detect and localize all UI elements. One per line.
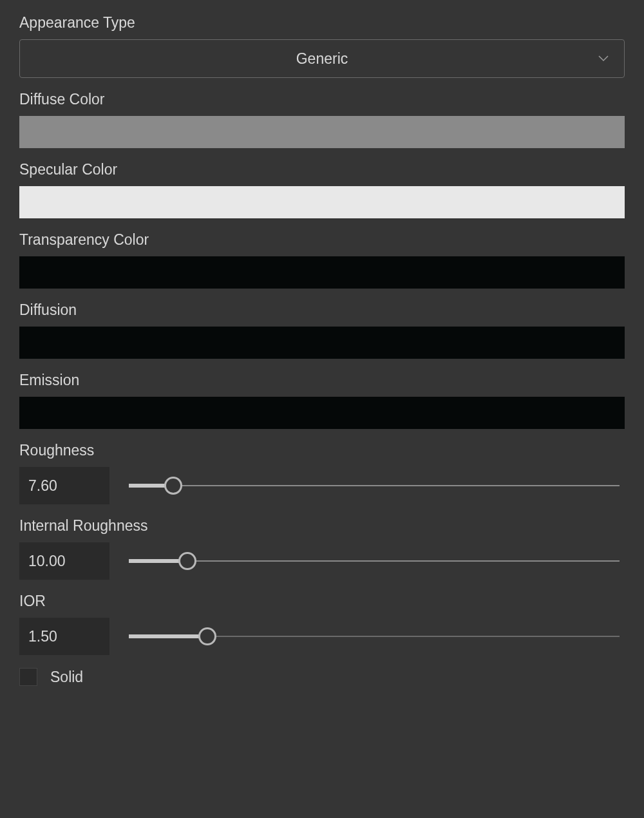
transparency-color-swatch[interactable] bbox=[19, 256, 625, 289]
emission-swatch[interactable] bbox=[19, 397, 625, 429]
roughness-group: Roughness bbox=[19, 442, 625, 504]
appearance-type-dropdown[interactable]: Generic bbox=[19, 39, 625, 78]
slider-thumb-icon[interactable] bbox=[178, 552, 196, 570]
roughness-label: Roughness bbox=[19, 442, 625, 459]
ior-label: IOR bbox=[19, 593, 625, 610]
diffusion-group: Diffusion bbox=[19, 301, 625, 359]
diffuse-color-group: Diffuse Color bbox=[19, 91, 625, 148]
solid-label: Solid bbox=[50, 669, 83, 686]
roughness-row bbox=[19, 467, 625, 504]
emission-group: Emission bbox=[19, 372, 625, 429]
internal-roughness-input[interactable] bbox=[19, 542, 109, 580]
specular-color-group: Specular Color bbox=[19, 161, 625, 218]
emission-label: Emission bbox=[19, 372, 625, 389]
appearance-type-value: Generic bbox=[296, 50, 348, 68]
ior-input[interactable] bbox=[19, 618, 109, 655]
slider-fill bbox=[129, 634, 207, 638]
slider-track bbox=[129, 485, 620, 486]
ior-row bbox=[19, 618, 625, 655]
roughness-slider[interactable] bbox=[129, 467, 620, 504]
diffuse-color-swatch[interactable] bbox=[19, 116, 625, 148]
internal-roughness-slider[interactable] bbox=[129, 542, 620, 580]
internal-roughness-label: Internal Roughness bbox=[19, 517, 625, 535]
diffusion-label: Diffusion bbox=[19, 301, 625, 319]
slider-thumb-icon[interactable] bbox=[198, 627, 216, 645]
roughness-input[interactable] bbox=[19, 467, 109, 504]
diffusion-swatch[interactable] bbox=[19, 327, 625, 359]
internal-roughness-group: Internal Roughness bbox=[19, 517, 625, 580]
internal-roughness-row bbox=[19, 542, 625, 580]
specular-color-swatch[interactable] bbox=[19, 186, 625, 218]
diffuse-color-label: Diffuse Color bbox=[19, 91, 625, 108]
chevron-down-icon bbox=[598, 53, 609, 64]
specular-color-label: Specular Color bbox=[19, 161, 625, 178]
transparency-color-label: Transparency Color bbox=[19, 231, 625, 249]
slider-thumb-icon[interactable] bbox=[164, 477, 182, 495]
appearance-panel: Appearance Type Generic Diffuse Color Sp… bbox=[0, 0, 644, 700]
solid-checkbox[interactable] bbox=[19, 668, 37, 686]
slider-track bbox=[129, 560, 620, 562]
solid-row: Solid bbox=[19, 668, 625, 686]
appearance-type-group: Appearance Type Generic bbox=[19, 14, 625, 78]
ior-group: IOR bbox=[19, 593, 625, 655]
appearance-type-label: Appearance Type bbox=[19, 14, 625, 32]
transparency-color-group: Transparency Color bbox=[19, 231, 625, 289]
ior-slider[interactable] bbox=[129, 618, 620, 655]
